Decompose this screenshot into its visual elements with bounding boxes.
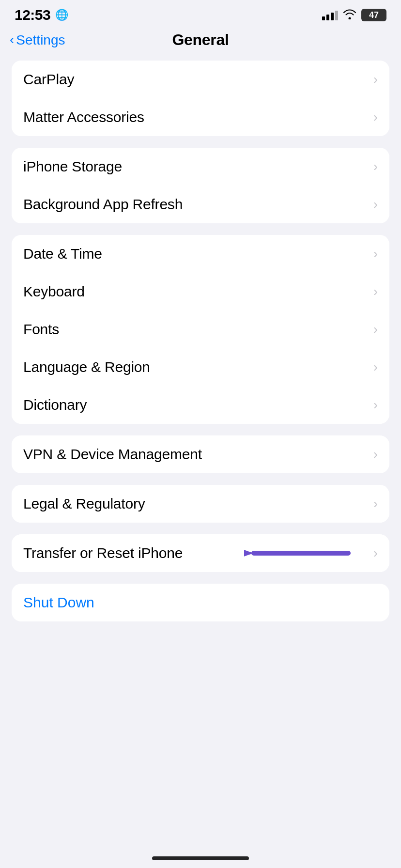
keyboard-label: Keyboard: [23, 283, 85, 300]
section-vpn: VPN & Device Management ›: [12, 435, 389, 473]
dictionary-item[interactable]: Dictionary ›: [12, 386, 389, 424]
legal-chevron: ›: [373, 496, 378, 512]
globe-icon: 🌐: [55, 9, 68, 21]
legal-item[interactable]: Legal & Regulatory ›: [12, 485, 389, 523]
shutdown-label: Shut Down: [23, 594, 94, 611]
language-region-chevron: ›: [373, 359, 378, 375]
page-title: General: [172, 31, 229, 49]
carplay-item[interactable]: CarPlay ›: [12, 61, 389, 98]
language-region-label: Language & Region: [23, 359, 150, 375]
fonts-label: Fonts: [23, 321, 59, 338]
battery-level: 47: [369, 10, 379, 20]
carplay-chevron: ›: [373, 72, 378, 87]
content: CarPlay › Matter Accessories › iPhone St…: [0, 61, 401, 652]
date-time-chevron: ›: [373, 246, 378, 262]
matter-accessories-chevron: ›: [373, 109, 378, 125]
language-region-item[interactable]: Language & Region ›: [12, 348, 389, 386]
dictionary-chevron: ›: [373, 397, 378, 413]
shutdown-item[interactable]: Shut Down: [12, 584, 389, 621]
section-storage: iPhone Storage › Background App Refresh …: [12, 148, 389, 223]
home-indicator: [152, 856, 249, 860]
date-time-label: Date & Time: [23, 246, 102, 262]
dictionary-label: Dictionary: [23, 397, 87, 413]
keyboard-chevron: ›: [373, 284, 378, 299]
background-app-refresh-chevron: ›: [373, 197, 378, 212]
back-chevron-icon: ‹: [10, 33, 14, 46]
status-icons: 47: [322, 9, 386, 21]
iphone-storage-item[interactable]: iPhone Storage ›: [12, 148, 389, 186]
vpn-chevron: ›: [373, 447, 378, 462]
fonts-chevron: ›: [373, 322, 378, 337]
vpn-label: VPN & Device Management: [23, 446, 202, 463]
carplay-label: CarPlay: [23, 71, 74, 88]
section-legal: Legal & Regulatory ›: [12, 485, 389, 523]
section-shutdown: Shut Down: [12, 584, 389, 621]
vpn-item[interactable]: VPN & Device Management ›: [12, 435, 389, 473]
date-time-item[interactable]: Date & Time ›: [12, 235, 389, 273]
matter-accessories-label: Matter Accessories: [23, 109, 144, 125]
signal-bars: [322, 10, 338, 20]
legal-label: Legal & Regulatory: [23, 496, 145, 512]
transfer-reset-chevron: ›: [373, 545, 378, 561]
transfer-reset-label: Transfer or Reset iPhone: [23, 545, 183, 561]
keyboard-item[interactable]: Keyboard ›: [12, 273, 389, 310]
background-app-refresh-item[interactable]: Background App Refresh ›: [12, 186, 389, 223]
battery-icon: 47: [361, 9, 386, 21]
iphone-storage-label: iPhone Storage: [23, 158, 122, 175]
background-app-refresh-label: Background App Refresh: [23, 196, 183, 213]
transfer-reset-item[interactable]: Transfer or Reset iPhone ›: [12, 534, 389, 572]
back-button[interactable]: ‹ Settings: [10, 32, 65, 48]
section-transfer: Transfer or Reset iPhone ›: [12, 534, 389, 572]
section-language: Date & Time › Keyboard › Fonts › Languag…: [12, 235, 389, 424]
status-bar: 12:53 🌐 47: [0, 0, 401, 26]
back-label: Settings: [16, 32, 65, 48]
nav-bar: ‹ Settings General: [0, 26, 401, 57]
iphone-storage-chevron: ›: [373, 159, 378, 174]
fonts-item[interactable]: Fonts ›: [12, 310, 389, 348]
matter-accessories-item[interactable]: Matter Accessories ›: [12, 98, 389, 136]
section-top: CarPlay › Matter Accessories ›: [12, 61, 389, 136]
status-time: 12:53: [15, 7, 50, 23]
wifi-icon: [343, 9, 356, 21]
